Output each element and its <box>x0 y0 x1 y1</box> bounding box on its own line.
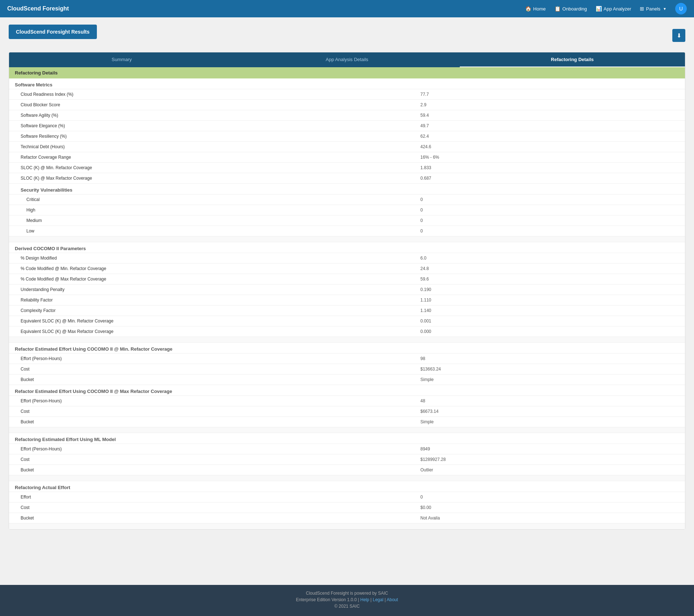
row-label: Reliability Factor <box>9 295 415 305</box>
row-label: Cost <box>9 406 415 417</box>
table-row: Bucket Not Availa <box>9 513 685 523</box>
group-title-actual: Refactoring Actual Effort <box>9 481 685 492</box>
row-label: Technical Debt (Hours) <box>9 142 415 152</box>
group-header-effort-min: Refactor Estimated Effort Using COCOMO I… <box>9 343 685 354</box>
row-value: Outlier <box>415 465 685 475</box>
row-label: % Code Modified @ Max Refactor Coverage <box>9 274 415 285</box>
row-label: Effort (Person-Hours) <box>9 444 415 454</box>
table-row: Bucket Outlier <box>9 465 685 475</box>
row-label: Equivalent SLOC (K) @ Max Refactor Cover… <box>9 326 415 337</box>
table-row: Bucket Simple <box>9 417 685 427</box>
row-value: Not Availa <box>415 513 685 523</box>
export-button[interactable]: ⬇ <box>672 29 685 42</box>
tab-refactoring-details[interactable]: Refactoring Details <box>460 52 685 67</box>
table-row: Software Elegance (%) 49.7 <box>9 121 685 131</box>
results-button[interactable]: CloudScend Foresight Results <box>9 25 97 39</box>
row-value: 0 <box>415 215 685 226</box>
row-value: 0 <box>415 194 685 205</box>
table-row: Complexity Factor 1.140 <box>9 305 685 316</box>
row-value: 0.190 <box>415 285 685 295</box>
row-label: % Design Modified <box>9 253 415 264</box>
table-row: Cost $0.00 <box>9 502 685 513</box>
row-label: Refactor Coverage Range <box>9 152 415 163</box>
group-header-security: Security Vulnerabilities <box>9 184 685 194</box>
footer-copyright: © 2021 SAIC <box>6 604 688 609</box>
row-label: Effort <box>9 492 415 502</box>
group-title-cocomo: Derived COCOMO II Parameters <box>9 242 685 253</box>
row-value: 424.6 <box>415 142 685 152</box>
row-value: 6.0 <box>415 253 685 264</box>
nav-panels-label: Panels <box>646 6 660 12</box>
row-label: Bucket <box>9 513 415 523</box>
row-value: 59.4 <box>415 110 685 121</box>
row-label: Cost <box>9 454 415 465</box>
footer-line2: Enterprise Edition Version 1.0.0 | Help … <box>6 597 688 602</box>
row-label: Critical <box>9 194 415 205</box>
nav-onboarding[interactable]: 📋 Onboarding <box>554 6 587 12</box>
avatar[interactable]: U <box>675 3 687 14</box>
row-label: Software Resiliency (%) <box>9 131 415 142</box>
table-row: SLOC (K) @ Min. Refactor Coverage 1.833 <box>9 163 685 173</box>
nav-home[interactable]: 🏠 Home <box>525 6 546 12</box>
footer-legal-link[interactable]: Legal <box>373 597 383 602</box>
table-row: Software Resiliency (%) 62.4 <box>9 131 685 142</box>
table-row: Bucket Simple <box>9 375 685 385</box>
row-value: 62.4 <box>415 131 685 142</box>
section-divider <box>9 427 685 433</box>
chevron-down-icon: ▼ <box>663 7 667 11</box>
table-row: Effort (Person-Hours) 48 <box>9 396 685 406</box>
group-header-ml: Refactoring Estimated Effort Using ML Mo… <box>9 433 685 444</box>
nav-panels[interactable]: ⊞ Panels ▼ <box>640 6 667 12</box>
row-value: 2.9 <box>415 100 685 110</box>
table-row: Technical Debt (Hours) 424.6 <box>9 142 685 152</box>
row-value: 0.687 <box>415 173 685 184</box>
table-container: Summary App Analysis Details Refactoring… <box>9 52 685 530</box>
nav-app-analyzer[interactable]: 📊 App Analyzer <box>596 6 631 12</box>
tab-app-analysis[interactable]: App Analysis Details <box>234 52 459 67</box>
section-divider <box>9 236 685 242</box>
row-value: 59.6 <box>415 274 685 285</box>
row-value: 1.833 <box>415 163 685 173</box>
nav-app-analyzer-label: App Analyzer <box>604 6 631 12</box>
row-label: SLOC (K) @ Max Refactor Coverage <box>9 173 415 184</box>
table-row: Equivalent SLOC (K) @ Min. Refactor Cove… <box>9 316 685 326</box>
tab-summary[interactable]: Summary <box>9 52 234 67</box>
section-divider <box>9 337 685 343</box>
app-analyzer-icon: 📊 <box>596 6 602 12</box>
group-title-software-metrics: Software Metrics <box>9 78 685 89</box>
footer-about-link[interactable]: About <box>387 597 398 602</box>
table-row: Medium 0 <box>9 215 685 226</box>
row-value: 0.000 <box>415 326 685 337</box>
row-value: Simple <box>415 417 685 427</box>
onboarding-icon: 📋 <box>554 6 561 12</box>
table-row: Effort 0 <box>9 492 685 502</box>
group-title-effort-min: Refactor Estimated Effort Using COCOMO I… <box>9 343 685 354</box>
table-row: Software Agility (%) 59.4 <box>9 110 685 121</box>
tabs-row: Summary App Analysis Details Refactoring… <box>9 52 685 67</box>
group-header-effort-max: Refactor Estimated Effort Using COCOMO I… <box>9 385 685 396</box>
row-value: 8949 <box>415 444 685 454</box>
group-title-effort-max: Refactor Estimated Effort Using COCOMO I… <box>9 385 685 396</box>
row-value: 0 <box>415 205 685 215</box>
table-row: Reliability Factor 1.110 <box>9 295 685 305</box>
group-title-ml: Refactoring Estimated Effort Using ML Mo… <box>9 433 685 444</box>
row-label: Low <box>9 226 415 236</box>
footer: CloudScend Foresight is powered by SAIC … <box>0 585 694 616</box>
navbar: CloudScend Foresight 🏠 Home 📋 Onboarding… <box>0 0 694 17</box>
table-row: Effort (Person-Hours) 8949 <box>9 444 685 454</box>
row-label: Bucket <box>9 375 415 385</box>
group-header-actual: Refactoring Actual Effort <box>9 481 685 492</box>
table-row: Equivalent SLOC (K) @ Max Refactor Cover… <box>9 326 685 337</box>
row-value: $0.00 <box>415 502 685 513</box>
nav-home-label: Home <box>533 6 546 12</box>
row-label: Effort (Person-Hours) <box>9 396 415 406</box>
footer-line1: CloudScend Foresight is powered by SAIC <box>6 591 688 596</box>
avatar-initials: U <box>679 6 683 12</box>
footer-help-link[interactable]: Help <box>360 597 369 602</box>
table-row: Low 0 <box>9 226 685 236</box>
row-value: $13663.24 <box>415 364 685 375</box>
main-content: CloudScend Foresight Results ⬇ Summary A… <box>0 17 694 585</box>
group-header-cocomo: Derived COCOMO II Parameters <box>9 242 685 253</box>
row-value: 1.110 <box>415 295 685 305</box>
row-value: 0 <box>415 226 685 236</box>
